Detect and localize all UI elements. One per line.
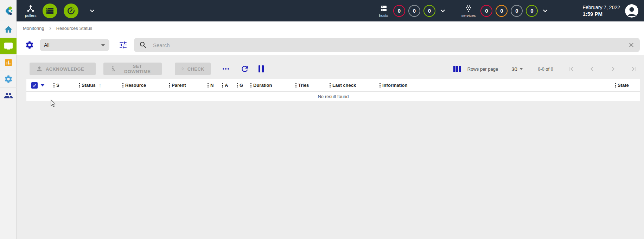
account-icon	[625, 4, 638, 18]
first-page-button[interactable]	[567, 65, 575, 73]
mouse-cursor	[50, 99, 57, 109]
sidebar-item-monitoring[interactable]	[0, 38, 17, 54]
advanced-filter-button[interactable]	[119, 40, 128, 50]
hosts-icon	[380, 4, 388, 13]
next-page-button[interactable]	[609, 65, 617, 73]
breadcrumb-resources-status[interactable]: Resources Status	[56, 26, 93, 31]
pause-icon	[259, 65, 260, 72]
drag-handle-icon[interactable]	[208, 83, 209, 88]
pause-autorefresh-button[interactable]	[259, 65, 264, 72]
services-critical-count: 0	[485, 8, 488, 14]
refresh-icon	[240, 64, 249, 73]
breadcrumb-monitoring-link[interactable]: Monitoring	[23, 26, 44, 31]
select-all-checkbox[interactable]	[31, 82, 38, 89]
storage-icon	[46, 7, 54, 15]
drag-handle-icon[interactable]	[122, 83, 123, 88]
drag-handle-icon[interactable]	[222, 83, 223, 88]
saved-filter-select[interactable]: All	[40, 39, 109, 51]
check-button[interactable]: CHECK	[175, 63, 211, 75]
chevron-right-icon	[609, 65, 617, 73]
clear-search-button[interactable]	[628, 41, 635, 49]
drag-handle-icon[interactable]	[53, 83, 55, 88]
sidebar-item-home[interactable]	[0, 21, 17, 38]
chevron-down-icon	[519, 68, 523, 70]
rows-per-page-select[interactable]: 30	[511, 66, 523, 72]
search-bar[interactable]	[134, 38, 640, 52]
edit-columns-button[interactable]	[453, 66, 461, 72]
column-header-resource[interactable]: Resource	[122, 83, 169, 88]
column-header-information[interactable]: Information	[380, 83, 615, 88]
chevron-down-icon	[439, 7, 447, 15]
last-page-button[interactable]	[630, 65, 638, 73]
refresh-button[interactable]	[240, 64, 249, 73]
empty-results-message: No result found	[26, 92, 640, 101]
left-sidebar	[0, 21, 17, 239]
services-unknown-counter[interactable]: 0	[511, 5, 523, 17]
drag-handle-icon[interactable]	[615, 83, 616, 88]
current-time: 1:59 PM	[582, 11, 620, 17]
pollers-menu[interactable]: pollers	[25, 4, 36, 18]
sort-ascending-icon[interactable]: ↑	[99, 82, 102, 88]
drag-handle-icon[interactable]	[295, 83, 297, 88]
acknowledge-button[interactable]: ACKNOWLEDGE	[30, 63, 96, 75]
services-warning-counter[interactable]: 0	[496, 5, 508, 17]
services-menu[interactable]: services	[461, 4, 476, 18]
sidebar-item-configuration[interactable]	[0, 71, 17, 88]
column-header-parent[interactable]: Parent	[169, 83, 208, 88]
column-header-graph[interactable]: G	[237, 83, 250, 88]
person-icon	[36, 65, 43, 72]
resources-table: S Status ↑ Resource Parent N A	[26, 79, 640, 101]
drag-handle-icon[interactable]	[250, 83, 251, 88]
previous-page-button[interactable]	[588, 65, 596, 73]
pollers-expand-button[interactable]	[88, 7, 96, 15]
drag-handle-icon[interactable]	[330, 83, 331, 88]
hosts-expand-button[interactable]	[439, 7, 447, 15]
drag-handle-icon[interactable]	[380, 83, 381, 88]
filter-settings-button[interactable]	[25, 40, 34, 50]
services-icon	[464, 4, 473, 13]
hosts-down-counter[interactable]: 0	[393, 5, 405, 17]
gear-icon	[25, 40, 34, 50]
search-input[interactable]	[153, 42, 628, 48]
actions-toolbar: ACKNOWLEDGE SET DOWNTIME CHECK	[30, 63, 638, 75]
chevron-right-icon	[48, 26, 53, 31]
hosts-unreachable-counter[interactable]: 0	[408, 5, 420, 17]
drag-handle-icon[interactable]	[237, 83, 238, 88]
gear-icon	[4, 75, 13, 84]
drag-handle-icon[interactable]	[169, 83, 170, 88]
sync-icon	[181, 65, 185, 72]
column-header-status[interactable]: Status ↑	[79, 82, 122, 88]
column-header-severity[interactable]: S	[53, 83, 79, 88]
select-options-caret[interactable]	[40, 84, 45, 86]
database-status-button[interactable]	[43, 4, 57, 18]
column-header-notes[interactable]: N	[208, 83, 222, 88]
sidebar-item-reporting[interactable]	[0, 54, 17, 71]
people-icon	[4, 91, 13, 100]
chevron-down-icon	[88, 7, 96, 15]
centreon-logo[interactable]	[0, 0, 17, 21]
user-avatar-button[interactable]	[625, 4, 638, 18]
gauge-icon	[66, 6, 76, 15]
hosts-menu[interactable]: hosts	[379, 4, 388, 18]
pollers-icon	[26, 4, 35, 13]
hosts-down-count: 0	[398, 8, 401, 14]
column-header-state[interactable]: State	[615, 83, 640, 88]
latency-status-button[interactable]	[64, 4, 78, 18]
more-actions-button[interactable]	[223, 68, 229, 70]
column-header-last-check[interactable]: Last check	[330, 83, 380, 88]
services-expand-button[interactable]	[541, 7, 549, 15]
set-downtime-button[interactable]: SET DOWNTIME	[103, 63, 162, 75]
column-header-tries[interactable]: Tries	[295, 83, 330, 88]
hosts-up-counter[interactable]: 0	[423, 5, 435, 17]
rows-per-page-value: 30	[511, 66, 517, 72]
drag-handle-icon[interactable]	[79, 83, 80, 88]
column-header-action[interactable]: A	[222, 83, 237, 88]
sidebar-item-administration[interactable]	[0, 88, 17, 104]
hosts-up-count: 0	[428, 8, 431, 14]
monitoring-icon	[4, 41, 13, 51]
clock-display: February 7, 2022 1:59 PM	[582, 5, 620, 17]
services-ok-counter[interactable]: 0	[526, 5, 538, 17]
column-header-duration[interactable]: Duration	[250, 83, 295, 88]
services-critical-counter[interactable]: 0	[480, 5, 492, 17]
services-warning-count: 0	[500, 8, 503, 14]
